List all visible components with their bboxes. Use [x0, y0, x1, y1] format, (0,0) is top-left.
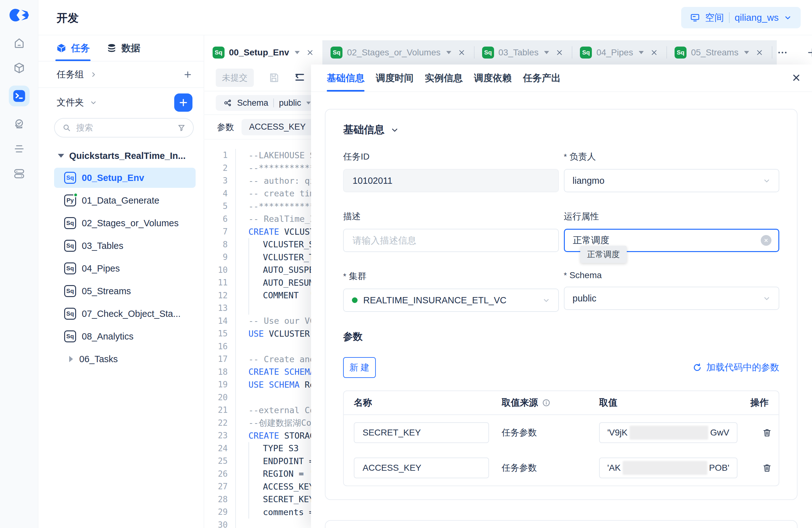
- tree-item[interactable]: Sq04_Pipes: [54, 258, 195, 279]
- schema-field: * Schema public: [564, 270, 780, 312]
- line-number: 21: [204, 404, 236, 417]
- close-icon[interactable]: [791, 73, 801, 83]
- caret-down-icon[interactable]: [639, 51, 644, 54]
- editor-tab-partial[interactable]: Sq: [772, 40, 777, 65]
- clear-icon[interactable]: [761, 235, 771, 246]
- detail-tab-任务产出[interactable]: 任务产出: [523, 65, 561, 91]
- code-token: VCLUSTER_TY: [263, 252, 319, 262]
- close-icon[interactable]: [650, 48, 658, 57]
- close-icon[interactable]: [755, 48, 764, 57]
- param-name-value[interactable]: [362, 427, 481, 438]
- info-icon[interactable]: [542, 398, 551, 407]
- folder-row[interactable]: 文件夹: [38, 88, 204, 117]
- detail-tab-调度时间[interactable]: 调度时间: [376, 65, 414, 91]
- modules-icon[interactable]: [12, 61, 26, 75]
- add-file-button[interactable]: [174, 94, 192, 112]
- close-icon[interactable]: [458, 48, 466, 57]
- schema-select[interactable]: public: [564, 287, 780, 310]
- line-number: 13: [204, 302, 236, 315]
- delete-param-icon[interactable]: [762, 428, 772, 438]
- search-input[interactable]: [75, 123, 173, 133]
- home-icon[interactable]: [12, 36, 26, 51]
- caret-down-icon[interactable]: [744, 51, 749, 54]
- panel-tab-任务[interactable]: 任务: [56, 35, 90, 61]
- editor-tab-label: 00_Setup_Env: [229, 47, 289, 58]
- tree-item[interactable]: Sq00_Setup_Env: [54, 168, 195, 188]
- cluster-select[interactable]: REALTIME_INSURANCE_ETL_VC: [343, 288, 559, 312]
- load-code-params-link[interactable]: 加载代码中的参数: [693, 361, 779, 374]
- basic-info-section-header[interactable]: 基础信息: [343, 123, 779, 137]
- editor-tab-04_Pipes[interactable]: Sq04_Pipes: [572, 40, 666, 65]
- editor-tab-00_Setup_Env[interactable]: Sq00_Setup_Env: [204, 40, 322, 65]
- editor-tab-05_Streams[interactable]: Sq05_Streams: [666, 40, 772, 65]
- caret-down-icon[interactable]: [446, 51, 451, 54]
- tree-item[interactable]: Py01_Data_Generate: [54, 190, 195, 211]
- sql-file-badge: Sq: [482, 46, 494, 58]
- tree-item[interactable]: Sq08_Analytics: [54, 326, 195, 346]
- task-id-label: 任务ID: [343, 151, 369, 163]
- cluster-label: 集群: [349, 270, 366, 282]
- search-box[interactable]: [54, 118, 194, 138]
- line-number: 20: [204, 391, 236, 404]
- owner-select[interactable]: liangmo: [564, 169, 780, 192]
- caret-down-icon[interactable]: [544, 51, 549, 54]
- close-icon[interactable]: [555, 48, 564, 57]
- workspace-switcher[interactable]: 空间 qiliang_ws: [681, 7, 801, 28]
- task-group-row[interactable]: 任务组: [38, 61, 204, 88]
- line-number: 29: [204, 506, 236, 518]
- delete-param-icon[interactable]: [762, 463, 772, 473]
- tree-item[interactable]: Sq07_Check_Object_Sta...: [54, 304, 195, 324]
- caret-down-icon[interactable]: [295, 51, 300, 54]
- description-value[interactable]: [352, 235, 550, 246]
- detail-tab-基础信息[interactable]: 基础信息: [327, 65, 364, 91]
- param-value-input[interactable]: 'V9jKGwV: [599, 422, 738, 443]
- tree-root-folder[interactable]: Quickstarts_RealTime_In...: [54, 147, 204, 164]
- params-table: 名称 取值来源 取值 操作 任务参数'V9jKGwV任务参数'AKPOB': [343, 390, 779, 486]
- editor-tab-03_Tables[interactable]: Sq03_Tables: [474, 40, 572, 65]
- param-name-value[interactable]: [362, 462, 481, 473]
- app-logo[interactable]: [9, 8, 29, 22]
- instances-icon[interactable]: [12, 167, 26, 181]
- task-list-icon[interactable]: [12, 142, 26, 156]
- line-number: 6: [204, 213, 236, 226]
- owner-value: liangmo: [573, 175, 605, 186]
- caret-down-icon: [306, 102, 311, 104]
- workspace-icon: [690, 13, 700, 23]
- line-number: 26: [204, 468, 236, 481]
- editor-tab-02_Stages_or_Volumes[interactable]: Sq02_Stages_or_Volumes: [322, 40, 474, 65]
- detail-tab-实例信息[interactable]: 实例信息: [425, 65, 463, 91]
- dev-terminal-icon[interactable]: [9, 86, 30, 106]
- save-icon[interactable]: [268, 72, 279, 83]
- param-value-input[interactable]: 'AKPOB': [599, 457, 738, 478]
- close-icon[interactable]: [306, 48, 314, 57]
- param-name-input[interactable]: [354, 457, 489, 478]
- detail-tab-调度依赖[interactable]: 调度依赖: [474, 65, 512, 91]
- panel-tab-数据[interactable]: 数据: [106, 35, 140, 61]
- tree-item[interactable]: Sq03_Tables: [54, 236, 195, 256]
- code-token: TYPE S3: [263, 443, 299, 453]
- format-sql-icon[interactable]: [294, 72, 305, 83]
- code-token: -- Use our VCL: [248, 316, 320, 326]
- description-input[interactable]: [343, 229, 559, 252]
- task-id-input: [343, 169, 559, 192]
- workspace-name: qiliang_ws: [735, 12, 779, 23]
- param-chip[interactable]: ACCESS_KEY 'AK: [242, 119, 317, 135]
- code-token: comments =: [263, 507, 314, 517]
- description-label: 描述: [343, 211, 361, 223]
- add-task-group-button[interactable]: [183, 70, 192, 79]
- new-param-button[interactable]: 新 建: [343, 357, 376, 378]
- tree-item[interactable]: Sq02_Stages_or_Volumes: [54, 213, 195, 233]
- ops-monitor-icon[interactable]: [12, 117, 26, 131]
- line-number: 4: [204, 187, 236, 200]
- more-tabs-icon[interactable]: [777, 47, 788, 58]
- param-name-input[interactable]: [354, 422, 489, 443]
- new-tab-button[interactable]: [806, 46, 812, 58]
- tree-item[interactable]: Sq05_Streams: [54, 281, 195, 301]
- filter-icon[interactable]: [177, 124, 186, 132]
- tree-item[interactable]: 06_Tasks: [54, 349, 195, 369]
- sql-file-icon: Sq: [64, 217, 76, 229]
- schema-selector[interactable]: Schema public: [216, 95, 318, 111]
- search-icon: [62, 123, 71, 132]
- topbar: 开发 空间 qiliang_ws: [38, 0, 812, 35]
- param-value-prefix: 'AK: [607, 463, 621, 473]
